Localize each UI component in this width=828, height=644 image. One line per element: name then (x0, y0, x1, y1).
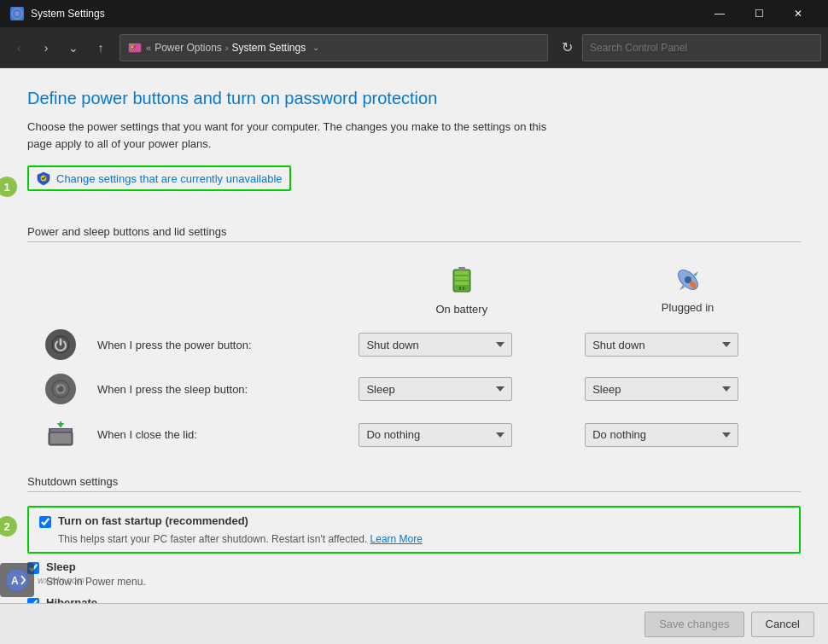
watermark: A wxzdn.com (0, 563, 85, 597)
svg-rect-24 (50, 429, 71, 432)
svg-point-1 (15, 11, 20, 16)
title-bar: System Settings — ☐ ✕ (0, 0, 828, 27)
shutdown-section: Shutdown settings 2 Turn on fast startup… (27, 475, 801, 624)
breadcrumb-item-power-options[interactable]: Power Options (155, 42, 222, 54)
power-button-label: When I press the power button: (94, 322, 349, 367)
lid-plugged-dropdown[interactable]: Do nothing Sleep Hibernate Shut down Tur… (585, 423, 738, 447)
power-icon-cell (27, 322, 94, 367)
save-changes-button[interactable]: Save changes (644, 612, 743, 637)
step2-badge: 2 (0, 516, 17, 537)
breadcrumb: « Power Options › System Settings ⌄ (120, 34, 548, 61)
plugged-icon (588, 264, 787, 298)
col-action-header (94, 256, 349, 322)
col-icon-header (27, 256, 94, 322)
bottom-toolbar: Save changes Cancel (0, 603, 828, 644)
back-button[interactable]: ‹ (7, 36, 31, 60)
svg-rect-9 (455, 281, 469, 285)
lid-icon (31, 418, 90, 451)
power-button-icon (45, 329, 76, 360)
power-plugged-cell[interactable]: Shut down Sleep Hibernate Turn off the d… (574, 322, 801, 367)
main-content: Define power buttons and turn on passwor… (0, 68, 828, 644)
close-button[interactable]: ✕ (778, 0, 818, 27)
breadcrumb-dropdown-button[interactable]: ⌄ (309, 43, 323, 52)
lid-battery-dropdown[interactable]: Do nothing Sleep Hibernate Shut down Tur… (359, 423, 512, 447)
sleep-icon-cell (27, 367, 94, 411)
svg-rect-11 (459, 287, 461, 290)
fast-startup-wrapper: 2 Turn on fast startup (recommended) Thi… (27, 506, 801, 554)
app-icon (10, 7, 24, 20)
power-battery-cell[interactable]: Shut down Sleep Hibernate Turn off the d… (348, 322, 574, 367)
svg-rect-7 (455, 271, 469, 275)
fast-startup-row: Turn on fast startup (recommended) (39, 514, 789, 528)
maximize-button[interactable]: ☐ (739, 0, 778, 27)
sleep-button-label: When I press the sleep button: (94, 367, 349, 411)
page-title: Define power buttons and turn on passwor… (27, 89, 801, 108)
svg-rect-8 (455, 276, 469, 280)
fast-startup-desc: This helps start your PC faster after sh… (58, 533, 789, 545)
fast-startup-label[interactable]: Turn on fast startup (recommended) (58, 514, 248, 527)
sleep-plugged-dropdown[interactable]: Sleep Shut down Hibernate Turn off the d… (585, 377, 738, 401)
watermark-logo: A (0, 563, 34, 597)
col-battery-header: On battery (348, 256, 574, 322)
minimize-button[interactable]: — (700, 0, 739, 27)
page-description: Choose the power settings that you want … (27, 119, 642, 152)
step1-badge: 1 (0, 177, 17, 197)
change-settings-link[interactable]: Change settings that are currently unava… (27, 165, 291, 191)
breadcrumb-item-system-settings: System Settings (232, 42, 306, 54)
sleep-option-row: Sleep (27, 560, 801, 574)
sleep-plugged-cell[interactable]: Sleep Shut down Hibernate Turn off the d… (574, 367, 801, 411)
lid-battery-cell[interactable]: Do nothing Sleep Hibernate Shut down Tur… (348, 411, 574, 458)
battery-icon (362, 263, 561, 299)
sleep-button-icon (45, 374, 76, 404)
recent-locations-button[interactable]: ⌄ (61, 36, 85, 60)
svg-point-20 (56, 386, 59, 388)
navigation-bar: ‹ › ⌄ ↑ « Power Options › System Setting… (0, 27, 828, 68)
cancel-button[interactable]: Cancel (751, 612, 814, 637)
sleep-option-desc: Show in Power menu. (46, 576, 801, 588)
window-controls: — ☐ ✕ (700, 0, 818, 27)
section2-header: Shutdown settings (27, 475, 801, 492)
refresh-button[interactable]: ↻ (555, 36, 579, 60)
svg-rect-10 (458, 267, 465, 270)
svg-text:A: A (11, 575, 19, 587)
lid-icon-cell (27, 411, 94, 458)
up-button[interactable]: ↑ (89, 36, 113, 60)
sleep-battery-cell[interactable]: Sleep Shut down Hibernate Turn off the d… (348, 367, 574, 411)
forward-button[interactable]: › (34, 36, 58, 60)
watermark-text: wxzdn.com (38, 575, 85, 585)
learn-more-link[interactable]: Learn More (370, 533, 423, 545)
lid-row: When I close the lid: Do nothing Sleep H… (27, 411, 801, 458)
power-plugged-dropdown[interactable]: Shut down Sleep Hibernate Turn off the d… (585, 333, 738, 357)
fast-startup-highlight: Turn on fast startup (recommended) This … (27, 506, 801, 554)
breadcrumb-icon (127, 40, 143, 55)
section1-header: Power and sleep buttons and lid settings (27, 225, 801, 242)
power-battery-dropdown[interactable]: Shut down Sleep Hibernate Turn off the d… (359, 333, 512, 357)
svg-rect-3 (129, 44, 134, 46)
lid-plugged-cell[interactable]: Do nothing Sleep Hibernate Shut down Tur… (574, 411, 801, 458)
breadcrumb-separator1: « (146, 43, 151, 53)
shield-icon (36, 171, 51, 186)
col-plugged-header: Plugged in (574, 256, 801, 322)
fast-startup-checkbox[interactable] (39, 516, 51, 528)
breadcrumb-arrow1: › (225, 43, 229, 53)
sleep-battery-dropdown[interactable]: Sleep Shut down Hibernate Turn off the d… (359, 377, 512, 401)
svg-rect-22 (50, 433, 71, 444)
sleep-button-row: When I press the sleep button: Sleep Shu… (27, 367, 801, 411)
window-title: System Settings (31, 8, 700, 20)
svg-rect-12 (463, 287, 464, 290)
change-settings-section: 1 Change settings that are currently una… (27, 165, 291, 208)
power-button-row: When I press the power button: Shut down… (27, 322, 801, 367)
power-settings-table: On battery (27, 256, 801, 458)
search-input[interactable] (582, 34, 821, 61)
lid-label: When I close the lid: (94, 411, 349, 458)
